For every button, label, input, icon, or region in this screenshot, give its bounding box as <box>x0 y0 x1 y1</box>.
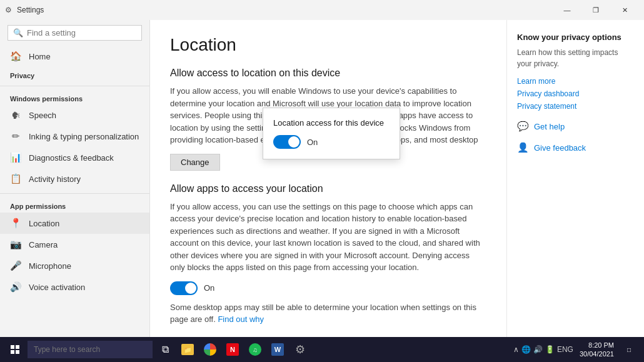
taskbar: ⧉ 📁 N ♫ W ⚙ ∧ 🌐 🔊 🔋 ENG 8:20 PM 30/04/20… <box>0 337 644 362</box>
sidebar-item-location[interactable]: 📍 Location <box>0 213 149 234</box>
time-display: 8:20 PM <box>588 341 614 349</box>
sidebar: 🔍 🏠 Home Privacy Windows permissions 🗣 S… <box>0 20 150 337</box>
volume-icon[interactable]: 🔊 <box>533 345 543 354</box>
right-panel-title: Know your privacy options <box>517 33 634 42</box>
section1-title: Allow access to location on this device <box>170 68 486 79</box>
tray-icons: ∧ 🌐 🔊 🔋 ENG <box>513 345 573 354</box>
sidebar-item-label: Voice activation <box>29 283 85 292</box>
minimize-button[interactable]: — <box>553 0 581 20</box>
location-access-popup: Location access for this device On <box>263 108 400 159</box>
section2-text: If you allow access, you can use the set… <box>170 201 486 274</box>
spotify-icon[interactable]: ♫ <box>245 339 265 359</box>
toggle2-label: On <box>204 283 214 293</box>
chevron-up-icon[interactable]: ∧ <box>513 345 519 354</box>
sidebar-item-diagnostics[interactable]: 📊 Diagnostics & feedback <box>0 147 149 168</box>
system-tray: ∧ 🌐 🔊 🔋 ENG 8:20 PM 30/04/2021 □ <box>513 339 639 359</box>
sidebar-item-label: Speech <box>29 111 56 120</box>
home-icon: 🏠 <box>10 51 21 62</box>
bottom-text: Some desktop apps may still be able to d… <box>170 301 486 326</box>
search-container[interactable]: 🔍 <box>8 25 142 41</box>
titlebar-title: Settings <box>17 6 44 14</box>
app-permissions-label: App permissions <box>0 198 149 213</box>
give-feedback-row[interactable]: 👤 Give feedback <box>517 142 634 153</box>
location-apps-toggle-knob <box>185 283 196 294</box>
speech-icon: 🗣 <box>10 110 21 121</box>
start-icon <box>11 345 19 354</box>
sidebar-item-voice[interactable]: 🔊 Voice activation <box>0 276 149 298</box>
change-button[interactable]: Change <box>170 154 220 171</box>
privacy-section-label: Privacy <box>0 67 149 82</box>
popup-toggle-knob <box>288 136 299 148</box>
network-icon[interactable]: 🌐 <box>521 345 531 354</box>
chrome-icon[interactable] <box>200 339 220 359</box>
get-help-label: Get help <box>534 122 565 131</box>
microphone-icon: 🎤 <box>10 260 21 271</box>
taskbar-search-input[interactable] <box>34 345 146 354</box>
sidebar-item-label: Location <box>29 219 59 228</box>
clock[interactable]: 8:20 PM 30/04/2021 <box>580 341 614 359</box>
word-icon[interactable]: W <box>268 339 288 359</box>
app-body: 🔍 🏠 Home Privacy Windows permissions 🗣 S… <box>0 20 644 337</box>
sidebar-item-camera[interactable]: 📷 Camera <box>0 234 149 255</box>
titlebar: ⚙ Settings — ❐ ✕ <box>0 0 644 20</box>
privacy-dashboard-link[interactable]: Privacy dashboard <box>517 89 634 98</box>
sidebar-divider2 <box>0 193 149 194</box>
sidebar-item-speech[interactable]: 🗣 Speech <box>0 105 149 126</box>
sidebar-item-home[interactable]: 🏠 Home <box>0 46 149 67</box>
search-icon: 🔍 <box>13 28 23 38</box>
popup-toggle[interactable] <box>273 135 301 149</box>
sidebar-item-label: Diagnostics & feedback <box>29 153 114 163</box>
settings-taskbar-icon[interactable]: ⚙ <box>290 339 310 359</box>
inking-icon: ✏ <box>10 131 21 142</box>
sidebar-divider <box>0 86 149 86</box>
titlebar-left: ⚙ Settings <box>5 6 44 14</box>
date-display: 30/04/2021 <box>580 349 614 358</box>
popup-title: Location access for this device <box>273 118 390 128</box>
windows-permissions-label: Windows permissions <box>0 90 149 105</box>
sidebar-item-inking[interactable]: ✏ Inking & typing personalization <box>0 126 149 147</box>
netflix-icon[interactable]: N <box>223 339 243 359</box>
settings-icon: ⚙ <box>5 6 12 14</box>
section2-title: Allow apps to access your location <box>170 183 486 194</box>
location-icon: 📍 <box>10 218 21 229</box>
location-apps-toggle[interactable] <box>170 281 198 295</box>
sidebar-item-label: Microphone <box>29 261 71 271</box>
right-panel: Know your privacy options Learn how this… <box>506 20 644 337</box>
toggle2-row: On <box>170 281 486 295</box>
voice-icon: 🔊 <box>10 281 21 293</box>
activity-icon: 📋 <box>10 173 21 184</box>
titlebar-controls: — ❐ ✕ <box>553 0 639 20</box>
sidebar-item-label: Camera <box>29 240 58 249</box>
sidebar-item-label: Home <box>29 52 51 61</box>
notification-button[interactable]: □ <box>619 339 639 359</box>
sidebar-item-label: Inking & typing personalization <box>29 132 139 141</box>
task-view-button[interactable]: ⧉ <box>155 339 175 359</box>
popup-toggle-row: On <box>273 135 390 149</box>
page-title: Location <box>170 35 486 55</box>
sidebar-item-activity[interactable]: 📋 Activity history <box>0 168 149 189</box>
close-button[interactable]: ✕ <box>610 0 639 20</box>
privacy-statement-link[interactable]: Privacy statement <box>517 102 634 111</box>
camera-icon: 📷 <box>10 239 21 250</box>
sidebar-item-microphone[interactable]: 🎤 Microphone <box>0 255 149 276</box>
file-explorer-icon[interactable]: 📁 <box>178 339 198 359</box>
learn-more-link[interactable]: Learn more <box>517 77 634 86</box>
diagnostics-icon: 📊 <box>10 152 21 163</box>
main-panel: Location access for this device On Locat… <box>150 20 506 337</box>
battery-icon[interactable]: 🔋 <box>545 345 555 354</box>
taskbar-search-container[interactable] <box>28 341 153 358</box>
popup-toggle-label: On <box>307 138 318 147</box>
lang-indicator[interactable]: ENG <box>557 345 573 354</box>
sidebar-item-label: Activity history <box>29 174 81 184</box>
feedback-icon: 👤 <box>517 142 529 153</box>
start-button[interactable] <box>5 339 25 359</box>
help-icon: 💬 <box>517 121 529 132</box>
maximize-button[interactable]: ❐ <box>581 0 610 20</box>
search-input[interactable] <box>27 28 136 38</box>
right-panel-description: Learn how this setting impacts your priv… <box>517 47 634 69</box>
find-out-why-link[interactable]: Find out why <box>218 314 264 324</box>
give-feedback-label: Give feedback <box>534 143 586 153</box>
get-help-row[interactable]: 💬 Get help <box>517 121 634 132</box>
